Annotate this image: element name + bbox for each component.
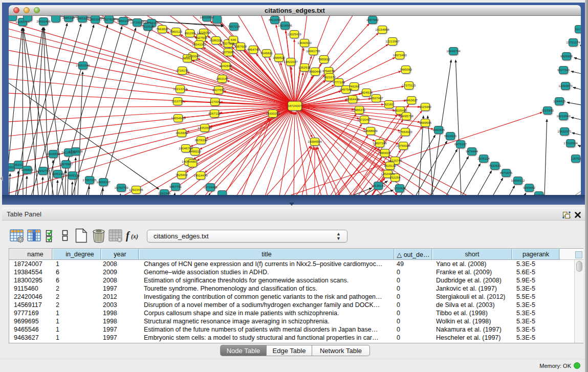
svg-text:1145194: 1145194	[52, 172, 64, 176]
svg-text:117006: 117006	[210, 100, 221, 103]
svg-text:16543362: 16543362	[192, 42, 206, 46]
svg-text:8186323: 8186323	[210, 38, 223, 42]
svg-text:19384554: 19384554	[308, 140, 322, 143]
svg-text:14914479: 14914479	[193, 173, 208, 177]
svg-text:13353594: 13353594	[198, 126, 212, 129]
svg-text:13640910: 13640910	[297, 41, 312, 45]
svg-text:14099489: 14099489	[182, 160, 196, 163]
svg-text:13325419: 13325419	[287, 32, 301, 36]
svg-text:9227343: 9227343	[557, 68, 570, 72]
svg-text:7986372: 7986372	[353, 108, 366, 112]
svg-text:8454749: 8454749	[247, 48, 260, 51]
svg-text:14055724: 14055724	[15, 20, 30, 24]
svg-text:1362615: 1362615	[298, 65, 311, 69]
svg-text:17359928: 17359928	[69, 149, 83, 153]
svg-text:10973493: 10973493	[393, 53, 407, 57]
svg-text:2718176: 2718176	[176, 69, 189, 72]
svg-text:9375685: 9375685	[222, 50, 235, 54]
svg-text:12213313: 12213313	[173, 87, 187, 91]
svg-text:9327503: 9327503	[195, 36, 208, 39]
svg-text:15751074: 15751074	[566, 40, 580, 44]
svg-text:13822037: 13822037	[284, 60, 298, 63]
svg-text:9327508: 9327508	[222, 41, 235, 45]
svg-text:(x): (x)	[131, 233, 138, 240]
svg-text:9463627: 9463627	[405, 98, 418, 102]
svg-text:1065327: 1065327	[76, 16, 89, 20]
svg-text:19218506: 19218506	[278, 24, 292, 27]
svg-text:17654923: 17654923	[398, 130, 412, 134]
svg-text:12942757: 12942757	[36, 169, 50, 172]
svg-text:9457791: 9457791	[169, 185, 182, 188]
svg-text:7625402: 7625402	[176, 173, 188, 177]
svg-text:13905135: 13905135	[66, 173, 80, 177]
svg-text:7485063: 7485063	[400, 68, 412, 71]
svg-text:2803144: 2803144	[216, 77, 229, 80]
svg-text:7515526: 7515526	[142, 25, 155, 28]
svg-text:1621072: 1621072	[323, 75, 336, 79]
svg-text:3215953: 3215953	[541, 108, 554, 112]
svg-text:10958107: 10958107	[96, 180, 111, 184]
svg-text:30975867: 30975867	[59, 162, 73, 166]
svg-text:10653267: 10653267	[88, 17, 102, 21]
svg-text:2685318: 2685318	[62, 16, 75, 19]
svg-text:3824514: 3824514	[360, 91, 373, 94]
svg-text:5933923: 5933923	[444, 134, 457, 138]
svg-text:6794078: 6794078	[322, 69, 335, 73]
svg-text:10961755: 10961755	[306, 49, 320, 53]
svg-text:1244415: 1244415	[553, 99, 566, 103]
svg-text:15692971: 15692971	[557, 129, 572, 133]
svg-text:9242843: 9242843	[220, 64, 232, 68]
svg-text:6479197: 6479197	[454, 142, 467, 146]
svg-text:10507487: 10507487	[369, 96, 383, 100]
svg-text:10654112: 10654112	[511, 179, 525, 182]
svg-text:6497548: 6497548	[340, 87, 353, 91]
svg-text:16210643: 16210643	[556, 114, 571, 118]
svg-text:8813054: 8813054	[269, 18, 281, 21]
svg-text:7955812: 7955812	[318, 57, 331, 61]
svg-text:17375115: 17375115	[402, 83, 416, 87]
svg-text:1916682: 1916682	[176, 131, 188, 135]
svg-text:20206535: 20206535	[46, 152, 60, 156]
svg-text:1640935: 1640935	[432, 128, 445, 132]
svg-text:924565: 924565	[534, 193, 545, 195]
svg-text:116753: 116753	[571, 157, 581, 160]
svg-text:891295: 891295	[185, 31, 195, 35]
svg-text:8471676: 8471676	[500, 171, 513, 174]
svg-text:16648794: 16648794	[446, 49, 461, 53]
svg-text:16033809: 16033809	[200, 16, 214, 19]
svg-text:8498222: 8498222	[189, 149, 202, 153]
svg-text:16782759: 16782759	[114, 186, 128, 189]
svg-text:19654933: 19654933	[171, 116, 185, 120]
svg-text:18724007: 18724007	[288, 104, 302, 107]
svg-text:15720407: 15720407	[357, 118, 372, 121]
svg-text:39151: 39151	[14, 163, 23, 166]
svg-text:12923446: 12923446	[129, 188, 143, 191]
svg-text:7632621: 7632621	[489, 164, 502, 167]
svg-text:8960123: 8960123	[170, 30, 183, 33]
svg-text:1733426: 1733426	[394, 186, 406, 190]
svg-text:746266: 746266	[349, 84, 360, 88]
svg-text:17957225: 17957225	[82, 178, 97, 182]
svg-text:18300295: 18300295	[266, 112, 280, 115]
svg-text:8427552: 8427552	[212, 88, 225, 92]
svg-text:8990443: 8990443	[309, 70, 322, 73]
svg-text:16154808: 16154808	[375, 28, 389, 31]
svg-text:9329966: 9329966	[560, 54, 573, 58]
svg-text:7663822: 7663822	[156, 27, 169, 31]
svg-text:2367608: 2367608	[234, 45, 247, 48]
svg-text:98961: 98961	[183, 56, 192, 60]
svg-text:62160: 62160	[384, 102, 394, 106]
svg-text:9245652: 9245652	[523, 186, 536, 189]
svg-text:20691406: 20691406	[36, 19, 51, 23]
svg-text:1010753: 1010753	[171, 99, 184, 103]
svg-text:10756928: 10756928	[396, 144, 410, 147]
svg-text:1527602: 1527602	[103, 17, 116, 21]
svg-text:2087682: 2087682	[366, 18, 379, 21]
svg-text:8267110: 8267110	[208, 112, 221, 115]
svg-text:11172: 11172	[575, 27, 581, 31]
svg-text:9777169: 9777169	[333, 80, 345, 84]
svg-text:18807249: 18807249	[373, 141, 387, 145]
svg-text:546: 546	[231, 38, 236, 41]
svg-text:252254: 252254	[390, 176, 401, 179]
svg-text:13226058: 13226058	[197, 31, 211, 34]
